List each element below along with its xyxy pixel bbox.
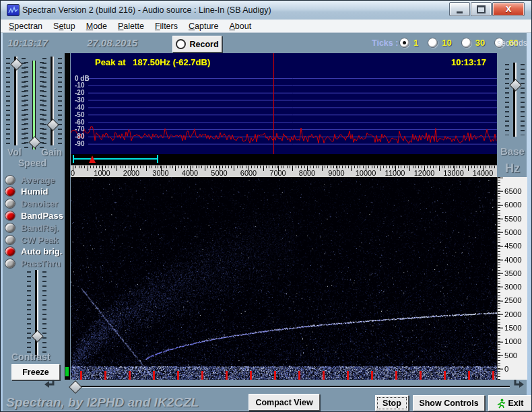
close-button[interactable]: X — [492, 2, 525, 16]
menu-item-about[interactable]: About — [224, 20, 257, 32]
frequency-axis-label: 0 — [71, 169, 75, 177]
menu-item-mode[interactable]: Mode — [81, 20, 112, 32]
app-icon — [7, 4, 20, 16]
waterfall-scale-label: 1000 — [504, 337, 522, 345]
toggle-bandpass[interactable]: BandPass — [5, 210, 64, 221]
menu-bar: SpectranSetupModePaletteFiltersCaptureAb… — [1, 20, 532, 33]
toggle-passthru[interactable]: PassThru — [5, 259, 64, 269]
base-slider[interactable] — [510, 63, 519, 137]
speed-slider-thumb[interactable] — [28, 137, 40, 149]
exit-label: Exit — [508, 399, 524, 408]
frequency-axis-label: 13000 — [443, 169, 464, 177]
db-axis-label: 0 dB — [75, 75, 90, 82]
minimize-button[interactable] — [449, 2, 470, 16]
waterfall-scale-label: 3000 — [504, 283, 522, 291]
toggle-auto-brig[interactable]: Auto brig. — [5, 246, 64, 257]
waterfall-scale-label: 4000 — [504, 256, 522, 264]
frequency-axis-label: 5000 — [211, 169, 227, 177]
base-slider-thumb[interactable] — [509, 79, 521, 91]
vol-slider[interactable] — [11, 57, 20, 145]
db-axis-label: -50 — [75, 111, 84, 118]
menu-item-filters[interactable]: Filters — [149, 20, 183, 32]
waterfall-scale-label: 3500 — [504, 269, 522, 277]
frequency-axis-label: 3000 — [152, 169, 168, 177]
gain-slider-thumb[interactable] — [46, 118, 59, 131]
toggle-label: BandPass — [21, 211, 63, 221]
toggle-label: PassThru — [21, 259, 61, 269]
toggle-label: Auto brig. — [21, 246, 62, 256]
waterfall-scale-label: 2000 — [504, 310, 522, 318]
contrast-label: Contrast — [11, 351, 51, 362]
waterfall-scale-label: 2500 — [504, 296, 522, 304]
gain-label: Gain — [41, 147, 62, 158]
frequency-axis-label: 12000 — [414, 169, 435, 177]
maximize-button[interactable] — [471, 2, 492, 16]
close-icon: X — [506, 4, 512, 14]
db-axis-label: -90 — [75, 140, 84, 147]
waterfall-display[interactable] — [71, 177, 497, 380]
scale-major-ticks — [498, 177, 503, 380]
frequency-axis-label: 14000 — [473, 169, 494, 177]
vol-slider-thumb[interactable] — [10, 58, 22, 70]
level-meter-bar — [65, 367, 69, 376]
toggle-cw-peak[interactable]: CW Peak — [5, 234, 64, 245]
toggle-led-icon — [5, 175, 15, 185]
credit-text: Spectran, by I2PHD and IK2CZL — [6, 395, 199, 410]
title-bar[interactable]: Spectran Version 2 (build 216) - Audio s… — [1, 1, 532, 20]
menu-item-capture[interactable]: Capture — [183, 20, 224, 32]
stop-button[interactable]: Stop — [375, 395, 409, 411]
record-button[interactable]: Record — [172, 36, 222, 53]
contrast-slider[interactable] — [32, 270, 41, 357]
db-axis-label: -20 — [75, 89, 84, 96]
ticks-radio-1[interactable] — [399, 38, 409, 48]
contrast-slider-track — [35, 270, 38, 357]
frequency-marker-icon[interactable] — [89, 156, 96, 163]
db-axis-label: -70 — [75, 125, 84, 133]
menu-item-spectran[interactable]: Spectran — [3, 20, 48, 32]
ticks-radio-30[interactable] — [461, 38, 471, 48]
db-axis-label: -80 — [75, 133, 84, 140]
exit-button[interactable]: Exit — [488, 395, 532, 411]
bandpass-high-cap — [157, 155, 158, 163]
show-controls-button[interactable]: Show Controls — [413, 395, 485, 411]
scroll-right-button[interactable] — [511, 378, 526, 391]
scrollbar-thumb[interactable] — [69, 380, 82, 394]
toggle-label: Average — [21, 175, 55, 185]
speed-label: Speed — [18, 158, 46, 168]
scroll-right-icon — [511, 378, 526, 391]
toggle-led-icon — [5, 259, 15, 269]
waterfall-scale-label: 5500 — [504, 215, 522, 223]
minimize-icon — [457, 11, 463, 13]
waterfall-scale-label: 6000 — [504, 201, 522, 209]
toggle-bandrej[interactable]: BandRej. — [5, 222, 64, 233]
bandpass-strip[interactable] — [71, 154, 497, 165]
spectrum-display[interactable]: Peak at 187.50Hz (-62.7dB) 10:13:17 0 dB… — [71, 53, 497, 154]
waterfall-canvas — [71, 177, 497, 380]
speed-slider[interactable] — [30, 61, 38, 149]
waterfall-frequency-scale: 6500600055005000450040003500300025002000… — [497, 177, 527, 380]
base-label: Base — [500, 145, 525, 157]
ticks-label: Ticks : — [372, 38, 398, 48]
window-frame-left — [1, 33, 3, 412]
menu-item-palette[interactable]: Palette — [112, 20, 149, 32]
toggle-average[interactable]: Average — [5, 174, 64, 185]
toggle-led-icon — [5, 223, 15, 233]
toggle-humid[interactable]: Humid — [5, 186, 64, 197]
scrollbar-track[interactable] — [71, 386, 510, 387]
toggle-denoiser[interactable]: Denoiser — [5, 199, 64, 209]
window-frame-right — [527, 33, 532, 412]
db-axis-label: -60 — [75, 118, 84, 126]
toggle-led-icon — [5, 186, 15, 197]
gain-slider[interactable] — [48, 57, 57, 145]
waterfall-scale-label: 4500 — [504, 242, 522, 250]
toggle-label: BandRej. — [21, 223, 59, 233]
contrast-slider-thumb[interactable] — [31, 331, 43, 343]
compact-view-button[interactable]: Compact View — [248, 394, 320, 411]
scroll-left-button[interactable] — [42, 378, 57, 391]
toggle-led-icon — [5, 235, 15, 245]
frequency-axis-label: 9000 — [328, 169, 344, 177]
menu-item-setup[interactable]: Setup — [48, 20, 81, 32]
ticks-radio-10[interactable] — [428, 38, 438, 48]
toggle-led-icon — [5, 246, 15, 256]
frequency-axis-label: 4000 — [182, 169, 198, 177]
